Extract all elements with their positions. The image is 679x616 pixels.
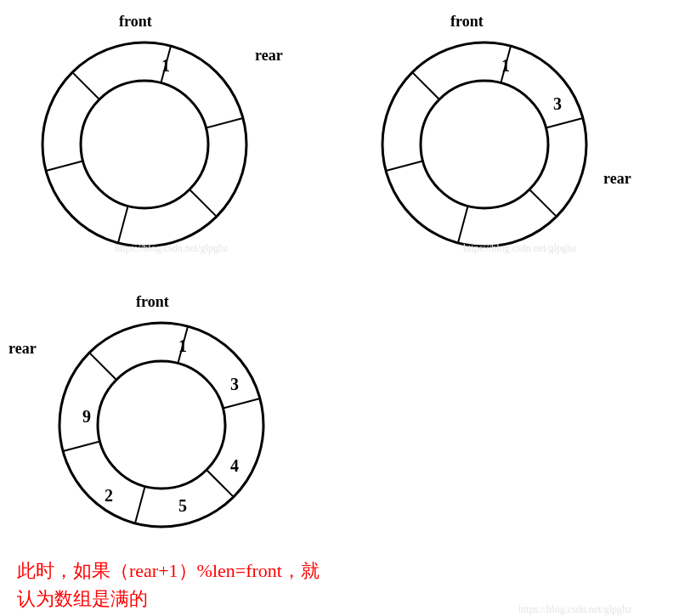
watermark: https://blog.csdn.net/glpghz <box>518 603 631 616</box>
svg-line-7 <box>72 72 99 99</box>
svg-line-15 <box>412 72 439 99</box>
svg-line-3 <box>206 118 242 128</box>
slot-value: 3 <box>553 94 562 114</box>
slot-value: 3 <box>230 375 239 394</box>
svg-line-14 <box>386 161 422 171</box>
ring-top-right: 1 3 front rear <box>374 34 595 258</box>
svg-point-17 <box>98 361 225 489</box>
front-label: front <box>119 13 152 31</box>
slot-value: 4 <box>230 456 239 476</box>
svg-line-21 <box>135 486 145 523</box>
slot-value: 1 <box>161 56 170 76</box>
rear-label: rear <box>255 47 283 65</box>
ring-bottom: 1 3 4 5 2 9 front rear <box>51 314 272 539</box>
ring-top-left: 1 front rear <box>34 34 255 258</box>
svg-line-11 <box>546 118 582 128</box>
svg-line-19 <box>223 398 259 409</box>
ring-svg <box>374 34 595 255</box>
slot-value: 5 <box>178 496 187 516</box>
front-label: front <box>450 13 484 31</box>
svg-line-6 <box>46 161 82 171</box>
svg-line-12 <box>529 189 557 217</box>
slot-value: 1 <box>178 336 187 356</box>
caption-line-1: 此时，如果（rear+1）%len=front，就 <box>17 557 320 585</box>
slot-value: 1 <box>501 56 510 76</box>
ring-svg <box>34 34 255 255</box>
svg-line-13 <box>458 206 468 242</box>
slot-value: 9 <box>82 407 91 427</box>
front-label: front <box>136 293 169 311</box>
slot-value: 2 <box>105 486 113 506</box>
svg-line-23 <box>89 353 116 380</box>
caption-line-2: 认为数组是满的 <box>17 585 148 613</box>
svg-line-5 <box>118 206 128 242</box>
svg-line-22 <box>63 441 99 451</box>
svg-point-9 <box>421 81 548 208</box>
rear-label: rear <box>8 340 37 358</box>
svg-point-1 <box>81 81 208 208</box>
svg-line-4 <box>190 189 217 217</box>
rear-label: rear <box>603 170 631 188</box>
